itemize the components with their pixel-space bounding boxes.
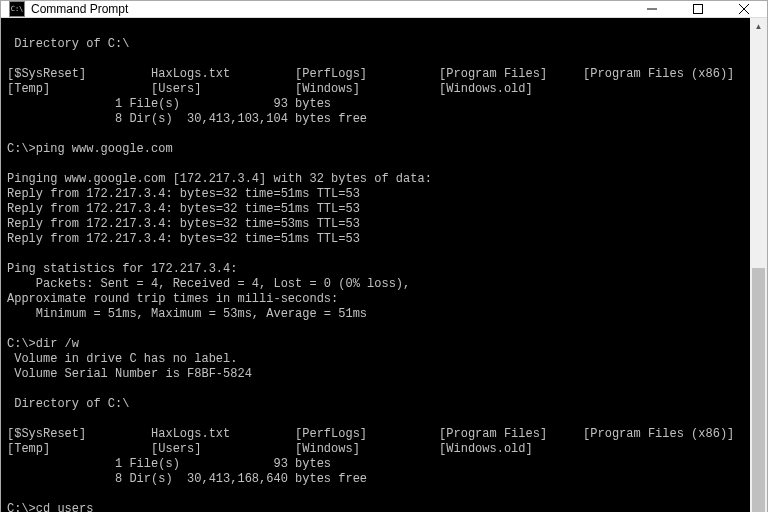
- vertical-scrollbar[interactable]: ▲ ▼: [750, 18, 767, 512]
- terminal-output[interactable]: Directory of C:\ [$SysReset] HaxLogs.txt…: [1, 18, 750, 512]
- svg-rect-1: [694, 5, 703, 14]
- scroll-up-button[interactable]: ▲: [750, 18, 767, 35]
- maximize-button[interactable]: [675, 1, 721, 17]
- close-icon: [739, 4, 749, 14]
- minimize-icon: [647, 4, 657, 14]
- maximize-icon: [693, 4, 703, 14]
- titlebar[interactable]: C:\ Command Prompt: [1, 1, 767, 18]
- command-prompt-window: C:\ Command Prompt Directory of C:\ [$Sy…: [0, 0, 768, 512]
- window-title: Command Prompt: [31, 2, 629, 16]
- close-button[interactable]: [721, 1, 767, 17]
- scroll-thumb[interactable]: [752, 268, 765, 512]
- app-icon: C:\: [9, 1, 25, 17]
- minimize-button[interactable]: [629, 1, 675, 17]
- window-controls: [629, 1, 767, 17]
- terminal-area: Directory of C:\ [$SysReset] HaxLogs.txt…: [1, 18, 767, 512]
